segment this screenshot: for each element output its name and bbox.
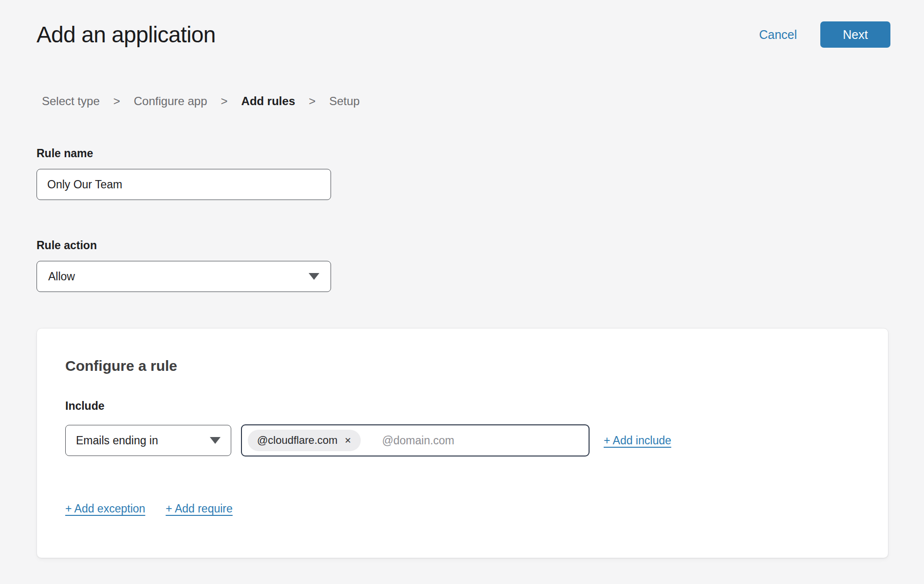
include-selector-select[interactable]: Emails ending in: [65, 425, 231, 456]
remove-tag-icon[interactable]: ✕: [344, 437, 351, 445]
rule-name-input[interactable]: [37, 169, 331, 200]
configure-rule-title: Configure a rule: [65, 358, 860, 374]
page-title: Add an application: [37, 21, 216, 48]
breadcrumb-step-configure-app[interactable]: Configure app: [134, 94, 207, 108]
include-rule-row: Emails ending in @cloudflare.com ✕ + Add…: [65, 424, 860, 456]
add-exception-link[interactable]: + Add exception: [65, 502, 145, 515]
rule-links-row: + Add exception + Add require: [65, 502, 860, 515]
breadcrumb-step-setup[interactable]: Setup: [329, 94, 360, 108]
configure-rule-card: Configure a rule Include Emails ending i…: [37, 328, 888, 558]
rule-action-select[interactable]: Allow: [37, 261, 331, 292]
cancel-button[interactable]: Cancel: [759, 28, 797, 42]
rule-action-value: Allow: [48, 270, 75, 283]
email-domain-text-input[interactable]: [382, 434, 583, 447]
add-application-page: Add an application Cancel Next Select ty…: [0, 0, 924, 584]
rule-name-label: Rule name: [37, 147, 890, 160]
breadcrumb-step-add-rules[interactable]: Add rules: [241, 94, 296, 108]
chevron-down-icon: [210, 437, 221, 444]
header-actions: Cancel Next: [759, 21, 890, 48]
breadcrumb-separator: >: [113, 94, 120, 108]
breadcrumb: Select type > Configure app > Add rules …: [37, 94, 890, 108]
include-selector-value: Emails ending in: [76, 434, 158, 447]
email-domain-tag-input[interactable]: @cloudflare.com ✕: [241, 424, 590, 456]
page-content: Add an application Cancel Next Select ty…: [0, 0, 924, 558]
add-require-link[interactable]: + Add require: [166, 502, 232, 515]
breadcrumb-separator: >: [221, 94, 228, 108]
add-include-link[interactable]: + Add include: [604, 434, 671, 447]
breadcrumb-separator: >: [309, 94, 315, 108]
rule-action-label: Rule action: [37, 239, 890, 252]
email-domain-chip-label: @cloudflare.com: [257, 434, 337, 447]
next-button[interactable]: Next: [820, 21, 890, 48]
chevron-down-icon: [309, 273, 319, 280]
page-header: Add an application Cancel Next: [37, 21, 890, 48]
breadcrumb-step-select-type[interactable]: Select type: [42, 94, 100, 108]
include-label: Include: [65, 400, 860, 413]
email-domain-chip: @cloudflare.com ✕: [248, 430, 361, 451]
